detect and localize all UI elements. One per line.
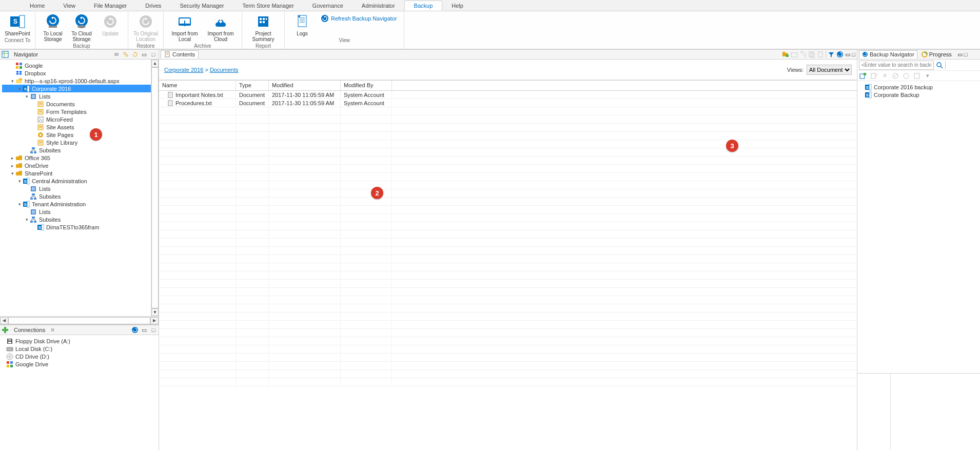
hscroll-track[interactable] [8, 317, 150, 324]
nav-item-lists[interactable]: Lists [2, 185, 159, 192]
nav-minimize-icon[interactable]: ▭ [141, 51, 148, 58]
scroll-up-icon[interactable]: ▲ [151, 60, 159, 67]
nav-item-http-s-sp16-xprod-1000-default-aspx[interactable]: ▾http---s-sp16-xprod-1000-default.aspx [2, 77, 159, 85]
breadcrumb-root[interactable]: Corporate 2016 [164, 67, 203, 73]
menu-security-manager[interactable]: Security Manager [170, 1, 233, 10]
nav-item-tenant-administration[interactable]: ▾STenant Administration [2, 200, 159, 208]
breadcrumb-leaf[interactable]: Documents [210, 67, 239, 73]
search-icon[interactable] [935, 61, 944, 69]
tree-expander-icon[interactable]: ▸ [9, 155, 15, 161]
nav-item-style-library[interactable]: Style Library [2, 139, 159, 146]
grid-body[interactable]: Important Notes.txtDocument2017-11-30 11… [159, 91, 857, 450]
nav-item-subsites[interactable]: ▾Subsites [2, 216, 159, 223]
nav-item-lists[interactable]: Lists [2, 208, 159, 216]
nav-maximize-icon[interactable]: □ [150, 51, 157, 58]
col-modified-by[interactable]: Modified By [341, 81, 392, 90]
menu-backup[interactable]: Backup [404, 1, 443, 11]
nav-refresh-icon[interactable] [131, 51, 139, 58]
nav-item-site-assets[interactable]: Site Assets [2, 123, 159, 131]
views-select[interactable]: All Documents [807, 65, 852, 75]
backup-dropdown-icon[interactable]: ▾ [924, 72, 932, 80]
connection-floppy-disk-drive-a-[interactable]: Floppy Disk Drive (A:) [2, 337, 156, 345]
tree-expander-icon[interactable]: ▾ [24, 217, 30, 222]
backup-nav-tab[interactable]: Backup Navigator [859, 50, 917, 58]
connections-list[interactable]: Floppy Disk Drive (A:)Local Disk (C:)CD … [0, 335, 159, 450]
scroll-thumb[interactable] [151, 67, 159, 308]
col-name[interactable]: Name [159, 81, 236, 90]
menu-administrator[interactable]: Administrator [352, 1, 404, 10]
backup-export-icon[interactable] [870, 72, 878, 80]
backup-tree[interactable]: SCorporate 2016 backupSCorporate Backup [857, 81, 980, 373]
folder-icon[interactable] [791, 51, 798, 58]
tree-expander-icon[interactable]: ▾ [9, 79, 15, 84]
nav-item-subsites[interactable]: Subsites [2, 146, 159, 154]
backup-search-input[interactable] [859, 61, 934, 70]
scroll-down-icon[interactable]: ▼ [151, 308, 159, 316]
backup-block-icon[interactable] [891, 72, 899, 80]
contents-refresh-icon[interactable] [836, 51, 844, 58]
backup-maximize-icon[interactable]: □ [964, 51, 968, 57]
nav-item-subsites[interactable]: Subsites [2, 192, 159, 200]
backup-circle-icon[interactable] [902, 72, 910, 80]
to-cloud-storage-button[interactable]: To Cloud Storage [67, 12, 96, 43]
sharepoint-button[interactable]: S SharePoint [3, 12, 32, 37]
connection-local-disk-c-[interactable]: Local Disk (C:) [2, 345, 156, 353]
backup-item-corporate-2016-backup[interactable]: SCorporate 2016 backup [859, 83, 978, 91]
nav-item-form-templates[interactable]: Form Templates [2, 108, 159, 115]
copy-icon[interactable] [808, 51, 815, 58]
backup-delete-icon[interactable]: ✕ [880, 72, 889, 80]
nav-item-site-pages[interactable]: Site Pages [2, 131, 159, 139]
nav-item-office-365[interactable]: ▸Office 365 [2, 154, 159, 162]
contents-minimize-icon[interactable]: ▭ [845, 51, 850, 58]
connections-maximize-icon[interactable]: □ [150, 326, 157, 334]
menu-home[interactable]: Home [21, 1, 54, 10]
tree-expander-icon[interactable]: ▾ [9, 171, 15, 176]
progress-tab[interactable]: Progress [919, 51, 954, 58]
new-folder-icon[interactable] [782, 51, 789, 58]
menu-help[interactable]: Help [442, 1, 473, 10]
backup-minimize-icon[interactable]: ▭ [957, 51, 963, 58]
col-modified[interactable]: Modified [269, 81, 341, 90]
col-type[interactable]: Type [236, 81, 269, 90]
project-summary-button[interactable]: Project Summary [245, 12, 281, 43]
nav-scrollbar[interactable]: ▲ ▼ [151, 60, 159, 316]
nav-item-onedrive[interactable]: ▸OneDrive [2, 162, 159, 169]
nav-item-sharepoint[interactable]: ▾SharePoint [2, 169, 159, 177]
menu-drives[interactable]: Drives [136, 1, 170, 10]
backup-add-icon[interactable] [859, 72, 867, 80]
tree-expander-icon[interactable]: ▾ [16, 179, 23, 184]
nav-item-central-administration[interactable]: ▾SCentral Administration [2, 177, 159, 185]
menu-term-store[interactable]: Term Store Manager [233, 1, 303, 10]
table-row[interactable]: Important Notes.txtDocument2017-11-30 11… [159, 91, 857, 99]
nav-item-dimatestto365fram[interactable]: SDimaTESTto365fram [2, 223, 159, 231]
import-from-local-button[interactable]: Import from Local [167, 12, 203, 43]
hscroll-left-icon[interactable]: ◀ [0, 317, 8, 324]
nav-collapse-icon[interactable] [113, 51, 120, 58]
connection-cd-drive-d-[interactable]: CD Drive (D:) [2, 353, 156, 360]
contents-maximize-icon[interactable]: □ [852, 51, 855, 57]
navigator-tree[interactable]: GoogleDropbox▾http---s-sp16-xprod-1000-d… [0, 60, 159, 316]
import-from-cloud-button[interactable]: Import from Cloud [203, 12, 239, 43]
to-original-location-button[interactable]: To Original Location [131, 12, 160, 43]
nav-item-documents[interactable]: Documents [2, 100, 159, 108]
menu-view[interactable]: View [54, 1, 85, 10]
connections-minimize-icon[interactable]: ▭ [141, 326, 148, 334]
filter-icon[interactable] [828, 51, 835, 58]
nav-item-corporate-2016[interactable]: ▾SCorporate 2016 [2, 85, 159, 92]
connection-google-drive[interactable]: Google Drive [2, 360, 156, 368]
tag-icon[interactable] [799, 51, 807, 58]
contents-tab[interactable]: Contents [161, 50, 199, 58]
paste-icon[interactable] [817, 51, 824, 58]
nav-item-microfeed[interactable]: MicroFeed [2, 115, 159, 123]
backup-item-corporate-backup[interactable]: SCorporate Backup [859, 91, 978, 99]
to-local-storage-button[interactable]: To Local Storage [38, 12, 67, 43]
backup-box-icon[interactable] [913, 72, 921, 80]
logs-button[interactable]: Logs [288, 12, 317, 37]
nav-link-icon[interactable] [122, 51, 129, 58]
tree-expander-icon[interactable]: ▾ [16, 86, 23, 91]
add-connection-icon[interactable] [2, 326, 9, 334]
menu-governance[interactable]: Governance [303, 1, 352, 10]
connections-refresh-icon[interactable] [131, 326, 139, 334]
nav-item-lists[interactable]: ▾Lists [2, 92, 159, 100]
tree-expander-icon[interactable]: ▾ [16, 202, 23, 207]
